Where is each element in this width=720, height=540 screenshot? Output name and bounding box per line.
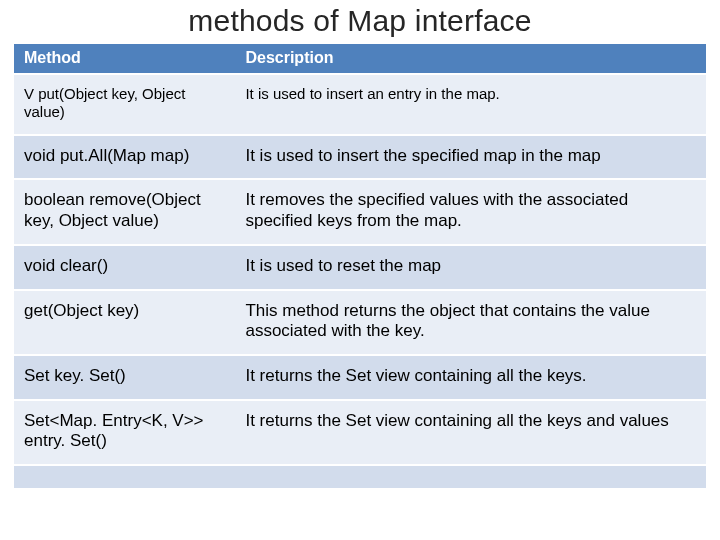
cell-description: It returns the Set view containing all t… [235,400,706,465]
page-title: methods of Map interface [14,4,706,38]
table-row [14,465,706,489]
cell-description [235,465,706,489]
cell-description: It is used to insert an entry in the map… [235,74,706,135]
cell-method: Set<Map. Entry<K, V>> entry. Set() [14,400,235,465]
slide: methods of Map interface Method Descript… [0,0,720,540]
cell-description: It is used to insert the specified map i… [235,135,706,180]
methods-table: Method Description V put(Object key, Obj… [14,44,706,489]
cell-method: V put(Object key, Object value) [14,74,235,135]
cell-description: It removes the specified values with the… [235,179,706,244]
cell-description: It returns the Set view containing all t… [235,355,706,400]
table-row: boolean remove(Object key, Object value)… [14,179,706,244]
table-row: void clear() It is used to reset the map [14,245,706,290]
cell-description: It is used to reset the map [235,245,706,290]
table-row: get(Object key) This method returns the … [14,290,706,355]
header-description: Description [235,44,706,74]
cell-method: void clear() [14,245,235,290]
table-row: void put.All(Map map) It is used to inse… [14,135,706,180]
table-row: V put(Object key, Object value) It is us… [14,74,706,135]
table-header-row: Method Description [14,44,706,74]
cell-method: void put.All(Map map) [14,135,235,180]
cell-method [14,465,235,489]
cell-method: Set key. Set() [14,355,235,400]
cell-description: This method returns the object that cont… [235,290,706,355]
table-row: Set key. Set() It returns the Set view c… [14,355,706,400]
table-row: Set<Map. Entry<K, V>> entry. Set() It re… [14,400,706,465]
header-method: Method [14,44,235,74]
cell-method: get(Object key) [14,290,235,355]
cell-method: boolean remove(Object key, Object value) [14,179,235,244]
